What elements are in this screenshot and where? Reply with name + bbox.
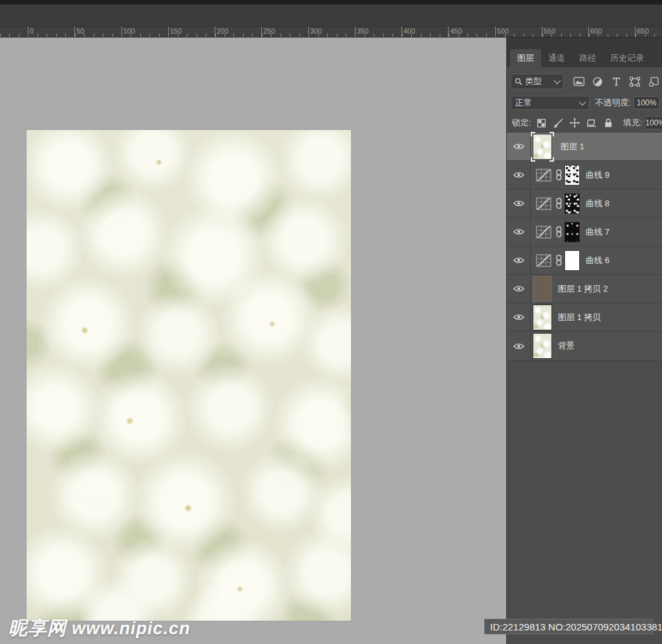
curves-adjustment-icon[interactable]: [536, 197, 551, 210]
layer-row-curves-8[interactable]: 曲线 8: [507, 189, 662, 218]
status-id-badge: ID:22129813 NO:20250709203410338102: [484, 619, 653, 634]
opacity-label: 不透明度:: [595, 97, 632, 109]
layer-name[interactable]: 图层 1: [561, 141, 584, 153]
ruler-minor-ticks: [0, 34, 662, 37]
layer-name[interactable]: 曲线 6: [586, 255, 610, 266]
layer-name[interactable]: 图层 1 拷贝 2: [558, 283, 608, 295]
ruler-label: 500: [497, 27, 509, 35]
ruler-major-tick: [401, 27, 402, 37]
visibility-toggle[interactable]: [507, 303, 531, 331]
mask-link-icon[interactable]: [556, 198, 562, 209]
ruler-major-tick: [74, 27, 75, 37]
smart-object-filter-icon[interactable]: [648, 76, 659, 87]
ruler-label: 300: [310, 27, 322, 35]
lock-row: 锁定:: [511, 115, 659, 131]
panel-tabs: 图层 通道 路径 历史记录: [510, 49, 651, 67]
layer-name[interactable]: 曲线 9: [586, 169, 610, 181]
visibility-toggle[interactable]: [507, 218, 531, 246]
fill-label: 填充:: [623, 117, 643, 129]
watermark-url: www.nipic.cn: [72, 619, 191, 638]
lock-transparency-icon[interactable]: [536, 118, 547, 129]
curves-adjustment-icon[interactable]: [536, 169, 551, 182]
layer-thumbnail[interactable]: [533, 277, 551, 301]
eye-icon: [513, 171, 524, 178]
layer-row-layer-1[interactable]: 图层 1: [507, 133, 662, 161]
layer-row-layer-1-copy[interactable]: 图层 1 拷贝: [507, 303, 662, 332]
search-icon: [515, 78, 522, 85]
fill-value-field[interactable]: 100%: [645, 116, 662, 129]
visibility-toggle[interactable]: [507, 332, 531, 360]
layer-name[interactable]: 图层 1 拷贝: [558, 312, 601, 323]
ruler-major-tick: [122, 27, 122, 37]
lock-label: 锁定:: [512, 117, 531, 129]
horizontal-ruler[interactable]: 050100150200250300350400450500550600650: [0, 27, 662, 38]
visibility-toggle[interactable]: [507, 133, 531, 160]
ruler-label: 0: [30, 27, 34, 35]
chevron-down-icon: [553, 77, 561, 84]
lock-icons: [536, 118, 614, 129]
layer-name[interactable]: 曲线 7: [586, 226, 610, 238]
chevron-down-icon: [579, 98, 586, 105]
visibility-toggle[interactable]: [507, 275, 531, 303]
canvas-area[interactable]: [0, 38, 506, 644]
ruler-major-tick: [215, 27, 215, 37]
tab-channels[interactable]: 通道: [541, 49, 572, 67]
ruler-label: 350: [357, 27, 368, 35]
titlebar-strip: [0, 0, 662, 5]
layer-name[interactable]: 背景: [558, 340, 575, 352]
tab-paths[interactable]: 路径: [572, 49, 603, 67]
lock-pixels-icon[interactable]: [553, 118, 564, 129]
layer-mask-thumbnail[interactable]: [565, 194, 579, 213]
layer-name[interactable]: 曲线 8: [586, 198, 610, 209]
layer-thumbnail[interactable]: [533, 305, 551, 330]
curves-adjustment-icon[interactable]: [536, 226, 551, 239]
curves-adjustment-icon[interactable]: [536, 254, 551, 267]
layer-mask-thumbnail[interactable]: [565, 251, 579, 270]
watermark: 昵享网www.nipic.cn: [8, 616, 191, 641]
visibility-toggle[interactable]: [507, 161, 531, 189]
blend-mode-select[interactable]: 正常: [511, 96, 590, 110]
lock-artboard-icon[interactable]: [586, 118, 597, 129]
options-bar: [0, 5, 662, 27]
document-image-floral-pattern[interactable]: [27, 130, 351, 621]
visibility-toggle[interactable]: [507, 189, 531, 217]
lock-all-icon[interactable]: [603, 118, 614, 129]
ruler-major-tick: [308, 27, 309, 37]
shape-layer-filter-icon[interactable]: [629, 76, 641, 87]
adjustment-layer-filter-icon[interactable]: [592, 76, 603, 87]
opacity-value-field[interactable]: 100%: [634, 96, 659, 109]
ruler-label: 600: [590, 27, 602, 35]
layer-row-background[interactable]: 背景: [507, 332, 662, 360]
ruler-major-tick: [588, 27, 589, 37]
ruler-label: 550: [544, 27, 555, 35]
layer-thumbnail[interactable]: [533, 134, 551, 159]
eye-icon: [513, 143, 524, 150]
lock-position-icon[interactable]: [570, 118, 581, 129]
layer-filter-type-select[interactable]: 类型: [511, 74, 564, 89]
visibility-toggle[interactable]: [507, 246, 531, 274]
layer-mask-thumbnail[interactable]: [565, 166, 579, 185]
ruler-label: 100: [123, 27, 135, 35]
tab-layers[interactable]: 图层: [510, 49, 541, 67]
tab-history[interactable]: 历史记录: [603, 49, 651, 67]
layer-thumbnail[interactable]: [533, 334, 551, 358]
layer-mask-thumbnail[interactable]: [565, 222, 579, 242]
ruler-label: 150: [170, 27, 182, 35]
layer-row-curves-6[interactable]: 曲线 6: [507, 246, 662, 275]
selection-brackets: [531, 132, 554, 162]
mask-link-icon[interactable]: [556, 226, 562, 237]
layer-row-curves-7[interactable]: 曲线 7: [507, 218, 662, 246]
mask-link-icon[interactable]: [556, 255, 562, 266]
layer-row-curves-9[interactable]: 曲线 9: [507, 161, 662, 189]
blend-mode-row: 正常 不透明度: 100%: [511, 95, 659, 111]
eye-icon: [513, 257, 524, 264]
mask-link-icon[interactable]: [556, 169, 562, 180]
layer-row-layer-1-copy-2[interactable]: 图层 1 拷贝 2: [507, 275, 662, 303]
eye-icon: [513, 228, 524, 235]
eye-icon: [513, 314, 524, 321]
blend-mode-value: 正常: [515, 97, 580, 109]
watermark-logo: 昵享网: [8, 617, 67, 638]
layers-panel: 图层 通道 路径 历史记录 类型: [506, 38, 662, 644]
pixel-layer-filter-icon[interactable]: [573, 76, 584, 87]
type-layer-filter-icon[interactable]: [610, 76, 622, 87]
